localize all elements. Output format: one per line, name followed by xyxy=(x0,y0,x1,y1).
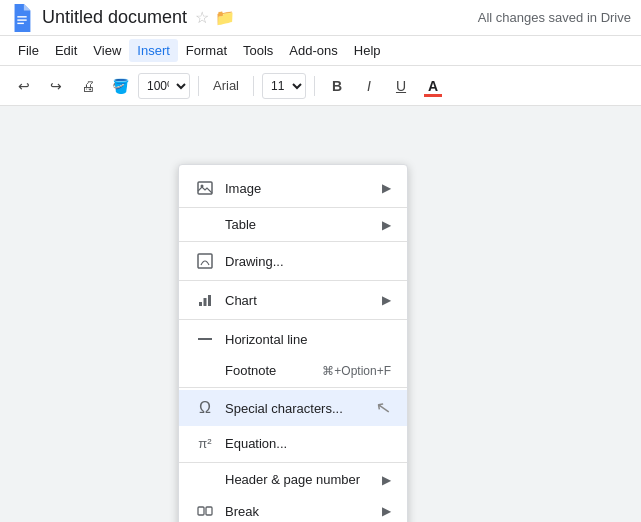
insert-drawing-item[interactable]: Drawing... xyxy=(179,244,407,278)
folder-icon[interactable]: 📁 xyxy=(215,8,235,27)
chart-icon xyxy=(195,290,215,310)
insert-table-item[interactable]: Table ▶ xyxy=(179,210,407,239)
menu-section-4: Chart ▶ xyxy=(179,281,407,320)
insert-special-chars-label: Special characters... xyxy=(225,401,372,416)
menu-bar: File Edit View Insert Format Tools Add-o… xyxy=(0,36,641,66)
menu-insert[interactable]: Insert xyxy=(129,39,178,62)
paint-format-button[interactable]: 🪣 xyxy=(106,72,134,100)
hline-icon xyxy=(195,329,215,349)
break-icon xyxy=(195,501,215,521)
svg-rect-6 xyxy=(199,302,202,306)
image-icon xyxy=(195,178,215,198)
undo-button[interactable]: ↩ xyxy=(10,72,38,100)
insert-drawing-label: Drawing... xyxy=(225,254,391,269)
svg-rect-0 xyxy=(17,16,26,17)
insert-break-item[interactable]: Break ▶ xyxy=(179,494,407,522)
insert-hline-label: Horizontal line xyxy=(225,332,391,347)
font-selector[interactable]: Arial xyxy=(207,72,245,100)
break-arrow-icon: ▶ xyxy=(382,504,391,518)
pi-icon: π² xyxy=(195,433,215,453)
document-title[interactable]: Untitled document xyxy=(42,7,187,28)
insert-chart-item[interactable]: Chart ▶ xyxy=(179,283,407,317)
insert-special-chars-item[interactable]: Ω Special characters... ↖ xyxy=(179,390,407,426)
redo-button[interactable]: ↪ xyxy=(42,72,70,100)
insert-chart-label: Chart xyxy=(225,293,372,308)
docs-logo-icon xyxy=(10,4,34,32)
svg-rect-7 xyxy=(204,298,207,306)
omega-icon: Ω xyxy=(195,398,215,418)
italic-button[interactable]: I xyxy=(355,72,383,100)
menu-file[interactable]: File xyxy=(10,39,47,62)
toolbar-divider-1 xyxy=(198,76,199,96)
chart-arrow-icon: ▶ xyxy=(382,293,391,307)
insert-equation-item[interactable]: π² Equation... xyxy=(179,426,407,460)
menu-section-1: Image ▶ xyxy=(179,169,407,208)
cursor-indicator: ↖ xyxy=(374,396,393,420)
insert-hline-item[interactable]: Horizontal line xyxy=(179,322,407,356)
insert-equation-label: Equation... xyxy=(225,436,391,451)
toolbar: ↩ ↪ 🖨 🪣 100% Arial 11 B I U A xyxy=(0,66,641,106)
insert-image-item[interactable]: Image ▶ xyxy=(179,171,407,205)
star-icon[interactable]: ☆ xyxy=(195,8,209,27)
menu-section-7: Header & page number ▶ Break ▶ xyxy=(179,463,407,522)
font-size-select[interactable]: 11 xyxy=(262,73,306,99)
menu-section-5: Horizontal line Footnote ⌘+Option+F xyxy=(179,320,407,388)
title-bar: Untitled document ☆ 📁 All changes saved … xyxy=(0,0,641,36)
toolbar-divider-3 xyxy=(314,76,315,96)
saved-status: All changes saved in Drive xyxy=(478,10,631,25)
menu-section-6: Ω Special characters... ↖ π² Equation... xyxy=(179,388,407,463)
menu-section-3: Drawing... xyxy=(179,242,407,281)
svg-rect-10 xyxy=(198,507,204,515)
insert-image-label: Image xyxy=(225,181,372,196)
insert-table-label: Table xyxy=(225,217,372,232)
menu-format[interactable]: Format xyxy=(178,39,235,62)
menu-addons[interactable]: Add-ons xyxy=(281,39,345,62)
menu-view[interactable]: View xyxy=(85,39,129,62)
insert-header-label: Header & page number xyxy=(225,472,372,487)
underline-button[interactable]: U xyxy=(387,72,415,100)
menu-edit[interactable]: Edit xyxy=(47,39,85,62)
insert-footnote-item[interactable]: Footnote ⌘+Option+F xyxy=(179,356,407,385)
header-arrow-icon: ▶ xyxy=(382,473,391,487)
svg-rect-3 xyxy=(198,182,212,194)
insert-footnote-label: Footnote xyxy=(225,363,302,378)
menu-tools[interactable]: Tools xyxy=(235,39,281,62)
menu-section-2: Table ▶ xyxy=(179,208,407,242)
print-button[interactable]: 🖨 xyxy=(74,72,102,100)
svg-rect-11 xyxy=(206,507,212,515)
menu-help[interactable]: Help xyxy=(346,39,389,62)
drawing-icon xyxy=(195,251,215,271)
svg-rect-2 xyxy=(17,22,24,23)
text-color-button[interactable]: A xyxy=(419,72,447,100)
svg-rect-1 xyxy=(17,19,26,20)
table-arrow-icon: ▶ xyxy=(382,218,391,232)
insert-header-item[interactable]: Header & page number ▶ xyxy=(179,465,407,494)
zoom-select[interactable]: 100% xyxy=(138,73,190,99)
image-arrow-icon: ▶ xyxy=(382,181,391,195)
footnote-shortcut: ⌘+Option+F xyxy=(322,364,391,378)
insert-dropdown-menu: Image ▶ Table ▶ Drawing... xyxy=(178,164,408,522)
insert-break-label: Break xyxy=(225,504,372,519)
bold-button[interactable]: B xyxy=(323,72,351,100)
svg-rect-8 xyxy=(208,295,211,306)
toolbar-divider-2 xyxy=(253,76,254,96)
